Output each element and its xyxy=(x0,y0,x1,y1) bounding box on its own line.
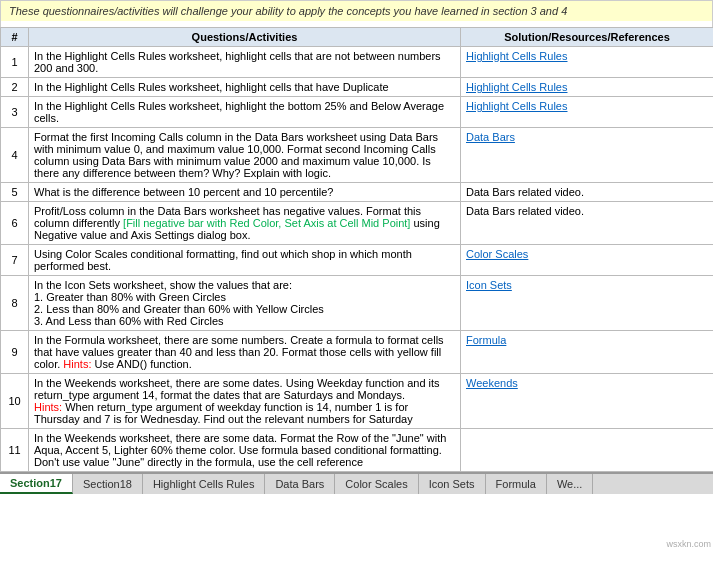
solution-text: Data Bars related video. xyxy=(466,186,584,198)
solution-link[interactable]: Weekends xyxy=(466,377,518,389)
row-num: 8 xyxy=(1,276,29,331)
table-row: 5 What is the difference between 10 perc… xyxy=(1,183,714,202)
solution-cell: Icon Sets xyxy=(461,276,714,331)
row-num: 9 xyxy=(1,331,29,374)
solution-link[interactable]: Color Scales xyxy=(466,248,528,260)
tab-we[interactable]: We... xyxy=(547,474,593,494)
question-cell: Profit/Loss column in the Data Bars work… xyxy=(29,202,461,245)
table-row: 9 In the Formula worksheet, there are so… xyxy=(1,331,714,374)
question-cell: Using Color Scales conditional formattin… xyxy=(29,245,461,276)
solution-cell: Data Bars related video. xyxy=(461,202,714,245)
solution-link[interactable]: Highlight Cells Rules xyxy=(466,50,568,62)
row-num: 10 xyxy=(1,374,29,429)
solution-text: Data Bars related video. xyxy=(466,205,584,217)
question-cell: In the Highlight Cells Rules worksheet, … xyxy=(29,97,461,128)
header-note: These questionnaires/activities will cha… xyxy=(0,0,713,21)
table-row: 4 Format the first Incoming Calls column… xyxy=(1,128,714,183)
question-cell: In the Formula worksheet, there are some… xyxy=(29,331,461,374)
table-row: 3 In the Highlight Cells Rules worksheet… xyxy=(1,97,714,128)
table-row: 8 In the Icon Sets worksheet, show the v… xyxy=(1,276,714,331)
question-cell: In the Highlight Cells Rules worksheet, … xyxy=(29,78,461,97)
col-header-solution: Solution/Resources/References xyxy=(461,28,714,47)
tab-formula[interactable]: Formula xyxy=(486,474,547,494)
solution-cell: Formula xyxy=(461,331,714,374)
row-num: 7 xyxy=(1,245,29,276)
solution-cell: Data Bars related video. xyxy=(461,183,714,202)
question-cell: In the Highlight Cells Rules worksheet, … xyxy=(29,47,461,78)
question-text-part2: When return_type argument of weekday fun… xyxy=(34,401,413,425)
question-cell: What is the difference between 10 percen… xyxy=(29,183,461,202)
table-row: 10 In the Weekends worksheet, there are … xyxy=(1,374,714,429)
row-num: 1 xyxy=(1,47,29,78)
row-num: 11 xyxy=(1,429,29,472)
table-row: 2 In the Highlight Cells Rules worksheet… xyxy=(1,78,714,97)
question-hint-label: Hints: xyxy=(34,401,62,413)
question-text-after-hint: Use AND() function. xyxy=(91,358,191,370)
tab-section17[interactable]: Section17 xyxy=(0,474,73,494)
col-header-num: # xyxy=(1,28,29,47)
row-num: 5 xyxy=(1,183,29,202)
tab-section18[interactable]: Section18 xyxy=(73,474,143,494)
solution-link[interactable]: Highlight Cells Rules xyxy=(466,81,568,93)
tab-data-bars[interactable]: Data Bars xyxy=(265,474,335,494)
solution-link[interactable]: Icon Sets xyxy=(466,279,512,291)
table-row: 7 Using Color Scales conditional formatt… xyxy=(1,245,714,276)
question-text-part1: In the Weekends worksheet, there are som… xyxy=(34,377,440,401)
solution-link[interactable]: Data Bars xyxy=(466,131,515,143)
solution-cell: Data Bars xyxy=(461,128,714,183)
table-row: 6 Profit/Loss column in the Data Bars wo… xyxy=(1,202,714,245)
row-num: 4 xyxy=(1,128,29,183)
row-num: 3 xyxy=(1,97,29,128)
question-cell: In the Icon Sets worksheet, show the val… xyxy=(29,276,461,331)
solution-cell: Highlight Cells Rules xyxy=(461,97,714,128)
solution-cell: Highlight Cells Rules xyxy=(461,78,714,97)
solution-link[interactable]: Highlight Cells Rules xyxy=(466,100,568,112)
question-cell: In the Weekends worksheet, there are som… xyxy=(29,429,461,472)
question-text-green: [Fill negative bar with Red Color, Set A… xyxy=(123,217,410,229)
question-cell: In the Weekends worksheet, there are som… xyxy=(29,374,461,429)
table-row: 1 In the Highlight Cells Rules worksheet… xyxy=(1,47,714,78)
tab-highlight-cells-rules[interactable]: Highlight Cells Rules xyxy=(143,474,266,494)
solution-cell xyxy=(461,429,714,472)
tab-color-scales[interactable]: Color Scales xyxy=(335,474,418,494)
question-cell: Format the first Incoming Calls column i… xyxy=(29,128,461,183)
solution-cell: Highlight Cells Rules xyxy=(461,47,714,78)
tab-icon-sets[interactable]: Icon Sets xyxy=(419,474,486,494)
solution-link[interactable]: Formula xyxy=(466,334,506,346)
tab-bar: Section17 Section18 Highlight Cells Rule… xyxy=(0,472,713,494)
question-hint-label: Hints: xyxy=(63,358,91,370)
table-row: 11 In the Weekends worksheet, there are … xyxy=(1,429,714,472)
row-num: 2 xyxy=(1,78,29,97)
solution-cell: Color Scales xyxy=(461,245,714,276)
row-num: 6 xyxy=(1,202,29,245)
solution-cell: Weekends xyxy=(461,374,714,429)
col-header-questions: Questions/Activities xyxy=(29,28,461,47)
